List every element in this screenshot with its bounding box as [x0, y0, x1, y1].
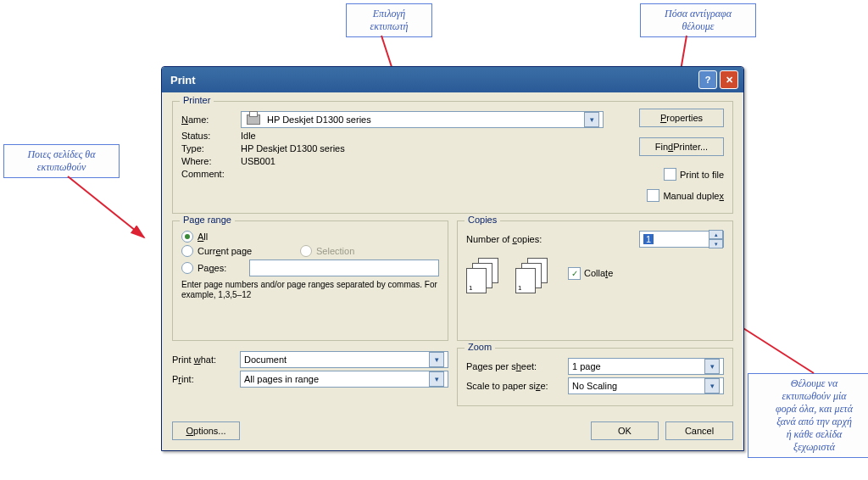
scale-label: Scale to paper size: — [466, 381, 568, 391]
collate-illustration: 3 2 1 3 2 1 — [466, 258, 551, 293]
properties-button[interactable]: Properties — [639, 109, 724, 127]
where-value: USB001 — [241, 156, 275, 166]
chevron-down-icon: ▾ — [704, 359, 720, 374]
radio-all[interactable]: All — [181, 231, 439, 243]
callout-printer-selection: Επιλογήεκτυπωτή — [346, 3, 432, 37]
ok-button[interactable]: OK — [591, 421, 659, 440]
printer-name-value: HP Deskjet D1300 series — [267, 114, 371, 125]
status-value: Idle — [241, 131, 256, 141]
num-copies-spinner[interactable]: 1 ▴▾ — [639, 231, 724, 248]
cancel-button[interactable]: Cancel — [665, 421, 733, 440]
radio-pages[interactable]: Pages: — [181, 262, 249, 274]
print-what-label: Print what: — [172, 354, 240, 365]
callout-copies: Πόσα αντίγραφαθέλουμε — [640, 3, 756, 37]
print-to-file-checkbox[interactable]: Print to file — [664, 168, 724, 181]
scale-select[interactable]: No Scaling▾ — [568, 377, 724, 394]
printer-icon — [245, 113, 262, 126]
num-copies-value: 1 — [643, 234, 654, 244]
pages-textbox[interactable] — [249, 260, 439, 276]
page-range-hint: Enter page numbers and/or page ranges se… — [181, 280, 439, 300]
print-label: Print: — [172, 374, 240, 384]
dialog-title: Print — [167, 74, 696, 87]
print-dialog: Print ? ✕ Printer Name: HP Deskjet D1300… — [161, 66, 744, 451]
printer-name-select[interactable]: HP Deskjet D1300 series ▾ — [241, 111, 604, 128]
page-range-legend: Page range — [180, 215, 235, 225]
chevron-down-icon: ▾ — [584, 112, 599, 127]
radio-current-page[interactable]: Current page — [181, 245, 300, 257]
callout-pages: Ποιες σελίδες θαεκτυπωθούν — [3, 144, 120, 178]
help-button[interactable]: ? — [698, 70, 717, 89]
status-label: Status: — [181, 131, 241, 141]
pps-select[interactable]: 1 page▾ — [568, 358, 724, 375]
chevron-down-icon: ▾ — [704, 378, 720, 393]
page-range-group: Page range All Current page Selection Pa… — [172, 220, 448, 341]
name-label: Name: — [181, 114, 241, 125]
chevron-down-icon: ▾ — [429, 371, 444, 387]
close-button[interactable]: ✕ — [720, 70, 738, 89]
pps-label: Pages per sheet: — [466, 361, 568, 371]
printer-group: Printer Name: HP Deskjet D1300 series ▾ … — [172, 101, 733, 214]
print-what-select[interactable]: Document▾ — [240, 351, 448, 368]
radio-selection: Selection — [300, 245, 354, 257]
type-label: Type: — [181, 143, 241, 153]
print-select[interactable]: All pages in range▾ — [240, 371, 448, 388]
manual-duplex-checkbox[interactable]: Manual duplex — [647, 189, 724, 202]
zoom-legend: Zoom — [465, 342, 495, 352]
type-value: HP Deskjet D1300 series — [241, 143, 345, 153]
chevron-down-icon: ▾ — [429, 352, 444, 367]
where-label: Where: — [181, 156, 241, 166]
collate-checkbox[interactable]: ✓Collate — [568, 267, 613, 280]
options-button[interactable]: Options... — [172, 421, 240, 440]
zoom-group: Zoom Pages per sheet: 1 page▾ Scale to p… — [457, 348, 733, 406]
titlebar: Print ? ✕ — [162, 67, 743, 92]
printer-legend: Printer — [180, 95, 214, 105]
comment-label: Comment: — [181, 169, 241, 179]
spin-up-icon[interactable]: ▴ — [709, 230, 723, 239]
copies-group: Copies Number of copies: 1 ▴▾ 3 2 — [457, 220, 733, 341]
copies-legend: Copies — [465, 215, 500, 225]
callout-collate: Θέλουμε ναεκτυπωθούν μίαφορά όλα, και με… — [748, 373, 868, 458]
svg-line-2 — [68, 176, 144, 237]
spin-down-icon[interactable]: ▾ — [709, 239, 723, 248]
num-copies-label: Number of copies: — [466, 234, 639, 244]
find-printer-button[interactable]: Find Printer... — [639, 137, 724, 156]
